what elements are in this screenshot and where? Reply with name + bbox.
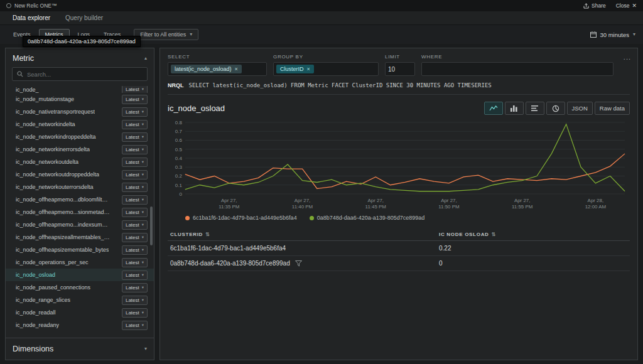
metric-list-item[interactable]: ic_node_networkinerrorsdeltaLatest▾ bbox=[6, 143, 154, 156]
table-header-row: CLUSTERID ⇅ IC NODE OSLOAD ⇅ bbox=[168, 228, 630, 241]
tab-data-explorer[interactable]: Data explorer bbox=[5, 11, 58, 24]
aggregator-dropdown[interactable]: Latest▾ bbox=[122, 245, 148, 255]
metric-list-item[interactable]: ic_node_offheapsizememtable_bytesLatest▾ bbox=[6, 244, 154, 256]
legend-item[interactable]: 6c1ba1f6-1dac-4d79-bac1-ad449e5b6fa4 bbox=[185, 215, 297, 221]
chevron-down-icon: ▾ bbox=[142, 223, 144, 227]
select-input[interactable]: latest(ic_node_osload) × bbox=[168, 62, 267, 76]
clusterid-column-header[interactable]: CLUSTERID ⇅ bbox=[170, 232, 439, 237]
aggregator-dropdown[interactable]: Latest▾ bbox=[122, 195, 148, 205]
aggregator-dropdown[interactable]: Latest▾ bbox=[122, 283, 148, 292]
sidebar-scrollbar[interactable] bbox=[150, 206, 153, 245]
legend-label: 0a8b748d-daa6-420a-a139-805d7ce899ad bbox=[317, 215, 425, 221]
aggregator-label: Latest bbox=[126, 172, 139, 178]
limit-input[interactable]: 10 bbox=[385, 62, 415, 76]
metric-list-item[interactable]: ic_node_nativetransportrequestLatest▾ bbox=[6, 105, 154, 118]
chevron-down-icon: ▾ bbox=[142, 198, 144, 202]
metric-list-item[interactable]: ic_node_mutationstageLatest▾ bbox=[6, 93, 154, 105]
metric-list-item[interactable]: ic_node_networkoutdroppeddeltaLatest▾ bbox=[6, 168, 154, 181]
aggregator-dropdown[interactable]: Latest▾ bbox=[122, 296, 148, 305]
metric-name: ic_node_networkouterrorsdelta bbox=[16, 184, 94, 190]
aggregator-dropdown[interactable]: Latest▾ bbox=[122, 183, 148, 192]
svg-text:0.7: 0.7 bbox=[175, 129, 183, 134]
table-row[interactable]: 0a8b748d-daa6-420a-a139-805d7ce899ad0 bbox=[168, 256, 630, 271]
metric-list-item[interactable]: ic_node_offheapmemo...dbloomfilter_bytes… bbox=[6, 193, 154, 206]
svg-text:0.3: 0.3 bbox=[175, 164, 183, 170]
metric-list-item[interactable]: ic_node_osloadLatest▾ bbox=[6, 269, 154, 281]
timeseries-chart[interactable]: 00.10.20.30.40.50.60.70.8Apr 27,11:35 PM… bbox=[168, 117, 630, 213]
summary-table-button[interactable] bbox=[526, 102, 544, 115]
close-button[interactable]: Close ✕ bbox=[616, 3, 637, 9]
aggregator-dropdown[interactable]: Latest▾ bbox=[122, 107, 148, 117]
sort-icon[interactable]: ⇅ bbox=[492, 232, 496, 237]
aggregator-dropdown[interactable]: Latest▾ bbox=[122, 233, 148, 242]
metric-list-item[interactable]: ic_node_networkindroppeddeltaLatest▾ bbox=[6, 131, 154, 143]
aggregator-dropdown[interactable]: Latest▾ bbox=[122, 308, 148, 318]
table-row[interactable]: 6c1ba1f6-1dac-4d79-bac1-ad449e5b6fa40.22 bbox=[168, 241, 630, 256]
search-input[interactable] bbox=[27, 71, 143, 78]
aggregator-dropdown[interactable]: Latest▾ bbox=[122, 208, 148, 217]
aggregator-dropdown[interactable]: Latest▾ bbox=[122, 270, 148, 280]
value-cell: 0 bbox=[439, 260, 627, 267]
time-range-label: 30 minutes bbox=[600, 31, 629, 38]
time-range-dropdown[interactable]: 30 minutes ▾ bbox=[590, 31, 636, 38]
remove-chip-icon[interactable]: × bbox=[235, 66, 238, 72]
aggregator-dropdown[interactable]: Latest▾ bbox=[122, 170, 148, 179]
raw-data-button[interactable]: Raw data bbox=[595, 102, 630, 115]
metric-section-header[interactable]: Metric ▴ bbox=[6, 48, 154, 67]
metric-list-item[interactable]: ic_node_readallLatest▾ bbox=[6, 306, 154, 319]
metric-name: ic_node_offheapsizememtable_bytes bbox=[16, 247, 109, 253]
aggregator-dropdown[interactable]: Latest▾ bbox=[122, 158, 148, 167]
tab-query-builder[interactable]: Query builder bbox=[58, 11, 111, 24]
where-input[interactable] bbox=[421, 62, 613, 76]
metric-list-item[interactable]: ic_node_offheapsizeallmemtables_bytesLat… bbox=[6, 231, 154, 244]
aggregator-label: Latest bbox=[126, 147, 139, 153]
group-by-input[interactable]: ClusterID × bbox=[273, 62, 379, 76]
aggregator-dropdown[interactable]: Latest▾ bbox=[122, 86, 148, 93]
filter-icon[interactable] bbox=[295, 260, 302, 267]
sort-icon[interactable]: ⇅ bbox=[205, 232, 210, 237]
line-chart-button[interactable] bbox=[484, 102, 503, 115]
pie-chart-button[interactable] bbox=[546, 102, 565, 115]
chevron-down-icon: ▾ bbox=[142, 110, 144, 114]
metric-list-item[interactable]: ic_node_networkindeltaLatest▾ bbox=[6, 118, 154, 131]
metric-name: ic_node_networkindroppeddelta bbox=[16, 134, 96, 140]
metric-list-item[interactable]: ic_node_offheapmemo...sionmetadata_bytes… bbox=[6, 206, 154, 218]
metric-name: ic_node_offheapmemo...indexsummary_bytes bbox=[16, 222, 110, 228]
group-by-chip[interactable]: ClusterID × bbox=[276, 65, 314, 73]
legend-item[interactable]: 0a8b748d-daa6-420a-a139-805d7ce899ad bbox=[310, 215, 425, 221]
aggregator-dropdown[interactable]: Latest▾ bbox=[122, 220, 148, 230]
query-builder-row: SELECT latest(ic_node_osload) × GROUP BY… bbox=[168, 54, 630, 76]
chevron-down-icon: ▾ bbox=[142, 210, 144, 215]
osload-column-header[interactable]: IC NODE OSLOAD ⇅ bbox=[439, 232, 627, 237]
svg-text:0.5: 0.5 bbox=[175, 147, 183, 153]
metric-list-item[interactable]: ic_node_paused_connectionsLatest▾ bbox=[6, 281, 154, 294]
nrql-query-text[interactable]: SELECT latest(ic_node_osload) FROM Metri… bbox=[189, 82, 492, 88]
query-main-panel: SELECT latest(ic_node_osload) × GROUP BY… bbox=[159, 48, 638, 360]
metric-list-item[interactable]: ic_node_range_slicesLatest▾ bbox=[6, 294, 154, 306]
share-button[interactable]: Share bbox=[583, 3, 606, 9]
remove-chip-icon[interactable]: × bbox=[307, 66, 310, 72]
json-button[interactable]: JSON bbox=[567, 102, 593, 115]
aggregator-dropdown[interactable]: Latest▾ bbox=[122, 258, 148, 267]
metric-list-item[interactable]: ic_node_networkouterrorsdeltaLatest▾ bbox=[6, 181, 154, 193]
metric-list-item[interactable]: ic_node_offheapmemo...indexsummary_bytes… bbox=[6, 218, 154, 231]
aggregator-dropdown[interactable]: Latest▾ bbox=[122, 321, 148, 330]
overflow-menu-button[interactable]: ... bbox=[624, 53, 631, 61]
nrql-row: NRQL SELECT latest(ic_node_osload) FROM … bbox=[168, 76, 630, 95]
aggregator-dropdown[interactable]: Latest▾ bbox=[122, 95, 148, 104]
entity-filter-dropdown[interactable]: Filter to All entities ▾ bbox=[134, 29, 198, 40]
aggregator-label: Latest bbox=[126, 134, 139, 140]
aggregator-dropdown[interactable]: Latest▾ bbox=[122, 145, 148, 154]
metric-list-item[interactable]: ic_node_operations_per_secLatest▾ bbox=[6, 256, 154, 269]
select-chip[interactable]: latest(ic_node_osload) × bbox=[171, 65, 242, 73]
svg-text:Apr 27,: Apr 27, bbox=[294, 198, 311, 203]
aggregator-label: Latest bbox=[126, 122, 139, 127]
metric-list-item[interactable]: ic_node_Latest▾ bbox=[6, 86, 154, 93]
dimensions-title: Dimensions bbox=[13, 345, 53, 353]
aggregator-dropdown[interactable]: Latest▾ bbox=[122, 132, 148, 142]
bar-chart-button[interactable] bbox=[505, 102, 524, 115]
dimensions-section-header[interactable]: Dimensions ▾ bbox=[6, 338, 154, 360]
metric-list-item[interactable]: ic_node_networkoutdeltaLatest▾ bbox=[6, 156, 154, 168]
aggregator-dropdown[interactable]: Latest▾ bbox=[122, 120, 148, 129]
metric-list-item[interactable]: ic_node_readanyLatest▾ bbox=[6, 319, 154, 331]
